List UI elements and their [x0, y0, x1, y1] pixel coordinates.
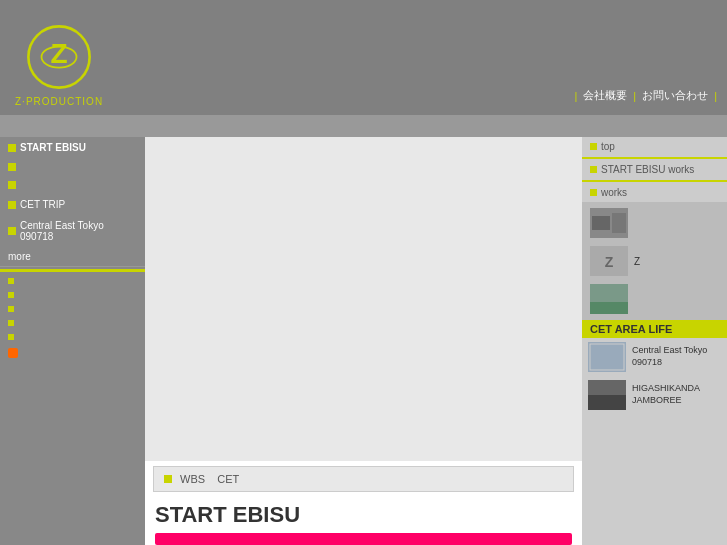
- svg-rect-9: [590, 302, 628, 314]
- right-sidebar: top START EBISU works works Z Z: [582, 137, 727, 545]
- right-section-divider-2: [582, 180, 727, 182]
- right-nav-label: top: [601, 141, 615, 152]
- thumb-image-2: Z: [590, 246, 628, 276]
- content-top-area: [145, 137, 582, 461]
- thumb-row-2[interactable]: Z Z: [586, 244, 723, 278]
- left-sidebar: START EBISU CET TRIP Central East Tokyo …: [0, 137, 145, 545]
- wbs-bullet-icon: [164, 475, 172, 483]
- thumb-section: Z Z: [582, 202, 727, 320]
- header-nav: | 会社概要 | お問い合わせ |: [574, 88, 717, 103]
- thumb-image-1: [590, 208, 628, 238]
- bullet-icon: [8, 181, 16, 189]
- svg-rect-10: [588, 342, 626, 372]
- sidebar-item-s3[interactable]: [0, 302, 145, 316]
- rss-icon: [8, 348, 18, 358]
- sidebar-item-rss[interactable]: [0, 344, 145, 362]
- thumb-image-3: [590, 284, 628, 314]
- sidebar-item-3[interactable]: [0, 176, 145, 194]
- pink-bar: [155, 533, 572, 545]
- sidebar-label: START EBISU: [20, 142, 86, 153]
- contact-link[interactable]: お問い合わせ: [642, 88, 708, 103]
- company-link[interactable]: 会社概要: [583, 88, 627, 103]
- sidebar-item-s2[interactable]: [0, 288, 145, 302]
- sidebar-item-s5[interactable]: [0, 330, 145, 344]
- thumb-label-2: Z: [634, 256, 640, 267]
- svg-rect-4: [592, 216, 610, 230]
- nav-separator-3: |: [714, 90, 717, 102]
- bullet-icon: [8, 278, 14, 284]
- cet-list-item-1[interactable]: Central East Tokyo 090718: [582, 338, 727, 376]
- sidebar-more-link[interactable]: more: [0, 247, 145, 266]
- sidebar-label: CET TRIP: [20, 199, 65, 210]
- logo-text: Z·PRODUCTION: [15, 96, 103, 107]
- right-section-divider-1: [582, 157, 727, 159]
- bullet-icon: [8, 163, 16, 171]
- right-nav-works[interactable]: works: [582, 183, 727, 202]
- right-nav-label: START EBISU works: [601, 164, 694, 175]
- sidebar-label: Central East Tokyo 090718: [20, 220, 137, 242]
- bullet-icon: [590, 189, 597, 196]
- bullet-icon: [8, 227, 16, 235]
- right-nav-top[interactable]: top: [582, 137, 727, 156]
- cet-thumb-2: [588, 380, 626, 410]
- logo-icon: Z: [24, 22, 94, 92]
- cet-area-header: CET AREA LIFE: [582, 320, 727, 338]
- bullet-icon: [8, 201, 16, 209]
- svg-rect-13: [588, 395, 626, 410]
- svg-rect-5: [612, 213, 626, 233]
- bullet-icon: [8, 292, 14, 298]
- cet-item-text-2: HIGASHIKANDA JAMBOREE: [632, 383, 721, 406]
- sidebar-item-start-ebisu[interactable]: START EBISU: [0, 137, 145, 158]
- bullet-icon: [8, 144, 16, 152]
- nav-separator-1: |: [574, 90, 577, 102]
- bullet-icon: [590, 143, 597, 150]
- sidebar-item-2[interactable]: [0, 158, 145, 176]
- sidebar-item-cet-trip[interactable]: CET TRIP: [0, 194, 145, 215]
- bullet-icon: [590, 166, 597, 173]
- sidebar-item-central-east[interactable]: Central East Tokyo 090718: [0, 215, 145, 247]
- main-content: WBS CET START EBISU: [145, 137, 582, 545]
- right-nav-label: works: [601, 187, 627, 198]
- thumb-row-3[interactable]: [586, 282, 723, 316]
- sidebar-item-s1[interactable]: [0, 274, 145, 288]
- header: Z Z·PRODUCTION | 会社概要 | お問い合わせ |: [0, 0, 727, 115]
- right-nav-start-ebisu[interactable]: START EBISU works: [582, 160, 727, 179]
- svg-text:Z: Z: [50, 38, 67, 69]
- thumb-row-1[interactable]: [586, 206, 723, 240]
- bullet-icon: [8, 334, 14, 340]
- nav-separator-2: |: [633, 90, 636, 102]
- cet-item-text-1: Central East Tokyo 090718: [632, 345, 721, 368]
- sidebar-section-top: START EBISU CET TRIP Central East Tokyo …: [0, 137, 145, 267]
- nav-bar: [0, 115, 727, 137]
- wbs-bar: WBS CET: [153, 466, 574, 492]
- cet-thumb-1: [588, 342, 626, 372]
- bullet-icon: [8, 320, 14, 326]
- svg-text:Z: Z: [605, 254, 614, 270]
- sidebar-divider: [0, 269, 145, 272]
- cet-list-item-2[interactable]: HIGASHIKANDA JAMBOREE: [582, 376, 727, 414]
- sidebar-item-s4[interactable]: [0, 316, 145, 330]
- bullet-icon: [8, 306, 14, 312]
- wbs-text: WBS CET: [180, 473, 239, 485]
- logo-area: Z Z·PRODUCTION: [0, 22, 103, 107]
- main-layout: START EBISU CET TRIP Central East Tokyo …: [0, 137, 727, 545]
- start-ebisu-title: START EBISU: [145, 497, 582, 533]
